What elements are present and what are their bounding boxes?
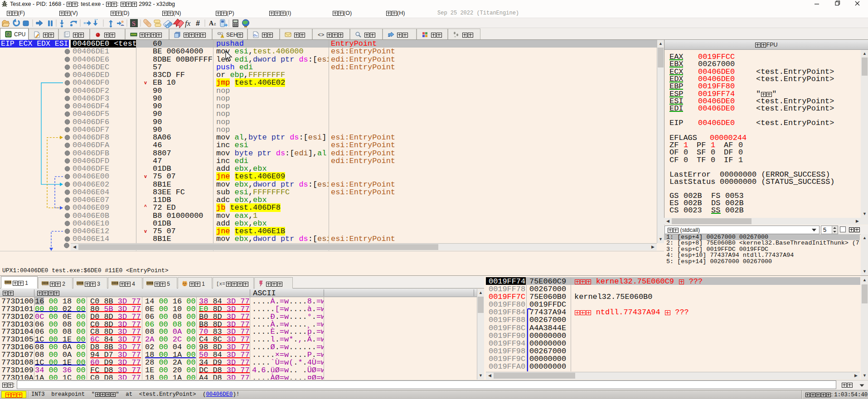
svg-text:[x=]: [x=] [216, 281, 226, 286]
svg-text:S: S [132, 20, 136, 27]
svg-text:32: 32 [7, 33, 10, 36]
svg-text:z: z [214, 21, 216, 26]
svg-text:<>: <> [318, 32, 324, 38]
svg-text:A: A [209, 20, 214, 27]
svg-text:#: # [196, 19, 200, 27]
svg-text:fx: fx [185, 19, 191, 28]
